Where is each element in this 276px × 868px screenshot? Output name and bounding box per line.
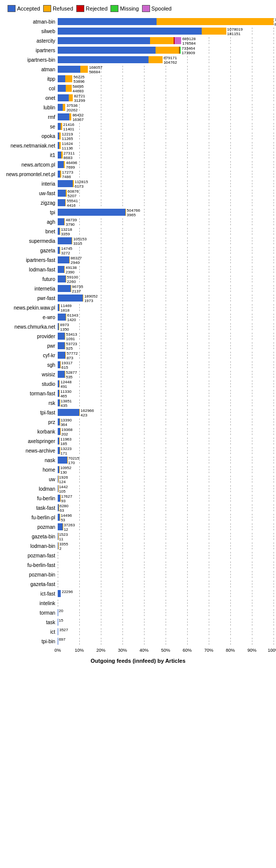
chart-rows: atman-bin738419875247silweb1078019181151…: [3, 17, 273, 646]
row-label: news-archive: [3, 448, 58, 454]
bar-group: [58, 609, 273, 616]
row-label: futuro: [3, 276, 58, 282]
table-row: agh487393790: [3, 217, 273, 226]
row-label: tpi: [3, 210, 58, 215]
row-label: supermedia: [3, 238, 58, 244]
bar-values: 52877535: [65, 370, 77, 379]
bar-values: 628063: [59, 504, 69, 513]
row-label: lublin: [3, 105, 58, 110]
legend-label-rejected: Rejected: [86, 6, 107, 12]
bar-values: 613431420: [66, 313, 78, 322]
bar-group: [58, 438, 273, 445]
bar-values: 967352137: [71, 284, 83, 294]
bar-values: 19368202: [60, 427, 72, 437]
bar-group: [58, 495, 273, 502]
row-label: astercity: [3, 38, 58, 44]
x-tick: 10%: [75, 648, 84, 653]
bar-group: [58, 47, 273, 54]
row-label: fu-berlin-pl: [3, 515, 58, 520]
table-row: atman-bin738419875247: [3, 17, 273, 26]
bar-values: 11963185: [59, 437, 71, 446]
bar-values: 162966423: [80, 408, 94, 417]
x-tick: 80%: [226, 648, 235, 653]
row-label: atman: [3, 67, 58, 72]
bar-segment-accepted: [58, 66, 80, 73]
bar-values: 1051533315: [72, 237, 87, 246]
row-label: korbank: [3, 429, 58, 435]
bar-values: 89731350: [59, 323, 69, 332]
legend-label-accepted: Accepted: [17, 6, 40, 12]
row-label: sgh: [3, 362, 58, 368]
bar-segment-accepted: [58, 342, 65, 349]
row-label: ict: [3, 629, 58, 635]
legend-color-missing: [110, 5, 118, 12]
bar-values: 8272131299: [73, 94, 85, 103]
bar-group: [58, 600, 273, 607]
bar-group: [58, 523, 273, 530]
bar-group: [58, 209, 273, 216]
row-label: lodman: [3, 486, 58, 492]
bar-group: [58, 113, 273, 120]
bar-group: [58, 399, 273, 406]
bar-segment-accepted: [58, 256, 69, 263]
table-row: news.chmurka.net89731350: [3, 322, 273, 331]
bar-values: 2141611401: [62, 122, 74, 131]
table-row: onet8272131299: [3, 93, 273, 102]
bar-values: 3753620262: [65, 103, 77, 112]
row-label: wsisiz: [3, 372, 58, 377]
bar-segment-accepted: [58, 104, 63, 111]
table-row: pozman-fast: [3, 551, 273, 560]
bar-values: 5622553696: [72, 75, 84, 84]
bar-group: [58, 476, 273, 483]
table-row: news.artcom.pl464967699: [3, 160, 273, 169]
bar-group: [58, 37, 273, 44]
bar-group: [58, 590, 273, 597]
row-label: it1: [3, 153, 58, 158]
row-label: torman: [3, 610, 58, 616]
bar-values: 679171104762: [163, 56, 177, 65]
table-row: gazeta-fast: [3, 580, 273, 589]
bar-group: [58, 85, 273, 92]
bar-values: 13390364: [60, 418, 72, 427]
table-row: fu-berlin1762793: [3, 494, 273, 503]
bar-segment-accepted: [58, 333, 65, 340]
row-label: atman-bin: [3, 19, 58, 25]
table-row: bnet132183359: [3, 227, 273, 236]
bar-segment-accepted: [58, 266, 64, 273]
x-tick: 60%: [183, 648, 192, 653]
bar-values: 20: [58, 609, 63, 613]
bar-segment-refused: [149, 56, 163, 63]
table-row: futuro591002260: [3, 274, 273, 283]
bar-segment-accepted: [58, 218, 64, 225]
bar-segment-accepted: [58, 209, 125, 216]
bar-group: [58, 123, 273, 130]
legend-missing: Missing: [110, 5, 139, 12]
row-label: news.artcom.pl: [3, 162, 58, 168]
bar-group: [58, 457, 273, 464]
table-row: tpi5047663965: [3, 208, 273, 217]
bar-values: 12448491: [59, 380, 71, 389]
table-row: fu-berlin-fast: [3, 560, 273, 569]
row-label: e-wro: [3, 315, 58, 320]
legend-accepted: Accepted: [8, 5, 40, 12]
bar-values: 11330465: [59, 389, 71, 398]
row-label: agh: [3, 219, 58, 225]
row-label: news.promontel.net.pl: [3, 172, 58, 177]
bar-values: 152311: [58, 532, 68, 541]
bar-segment-refused: [202, 28, 226, 35]
row-label: ipartners: [3, 48, 58, 53]
legend: Accepted Refused Rejected Missing Spoole…: [3, 5, 273, 12]
bar-values: 57772873: [66, 351, 78, 360]
row-label: home: [3, 467, 58, 473]
bar-values: 733464173909: [181, 46, 195, 55]
table-row: torman-fast11330465: [3, 389, 273, 398]
table-row: opoka1221911265: [3, 131, 273, 140]
bar-group: [58, 352, 273, 359]
bar-group: [58, 542, 273, 549]
bar-group: [58, 466, 273, 473]
table-row: prz13390364: [3, 417, 273, 426]
bar-segment-accepted: [58, 295, 83, 302]
bar-values: 534131091: [65, 332, 77, 341]
row-label: rsk: [3, 400, 58, 406]
bar-group: [58, 323, 273, 330]
